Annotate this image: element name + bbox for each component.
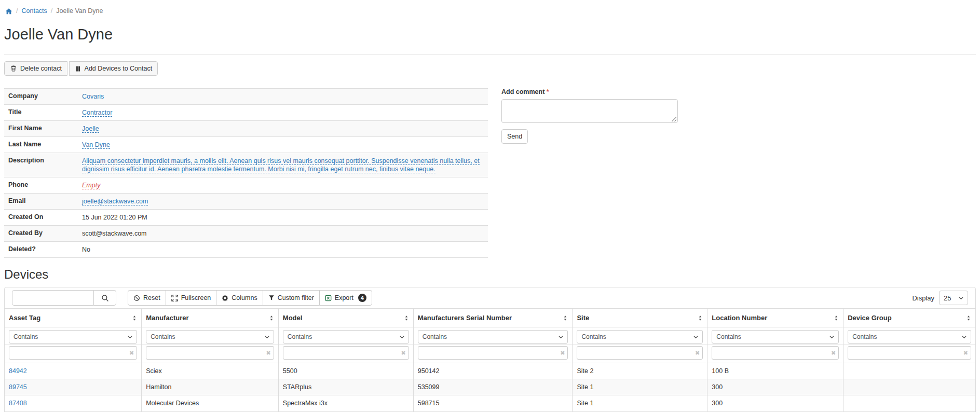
- details-row: First Name Joelle: [4, 121, 488, 137]
- clear-icon[interactable]: ✖: [399, 350, 409, 356]
- column-header[interactable]: Manufacturers Serial Number: [413, 309, 573, 327]
- clear-icon[interactable]: ✖: [692, 350, 702, 356]
- device-cell: 300: [707, 395, 843, 411]
- sort-icon[interactable]: [268, 314, 275, 322]
- details-row: Company Covaris: [4, 89, 488, 105]
- column-header[interactable]: Device Group: [843, 309, 975, 327]
- filter-operator-select[interactable]: Contains: [418, 330, 568, 344]
- sort-icon[interactable]: [833, 314, 839, 322]
- column-header[interactable]: Asset Tag: [5, 309, 142, 327]
- clear-icon[interactable]: ✖: [127, 350, 137, 356]
- columns-button[interactable]: Columns: [216, 290, 263, 306]
- send-button[interactable]: Send: [501, 129, 528, 144]
- details-row: Description Aliquam consectetur imperdie…: [4, 153, 488, 177]
- details-value-cell: Empty: [78, 177, 488, 194]
- details-value-empty[interactable]: Empty: [82, 182, 100, 189]
- filter-value-cell: ✖: [707, 345, 843, 363]
- clear-icon[interactable]: ✖: [557, 350, 567, 356]
- fullscreen-button[interactable]: Fullscreen: [166, 290, 217, 306]
- details-value-editable[interactable]: joelle@stackwave.com: [82, 198, 148, 205]
- reset-button[interactable]: Reset: [128, 290, 166, 306]
- sort-icon[interactable]: [965, 314, 972, 322]
- sort-icon[interactable]: [562, 314, 568, 322]
- column-header[interactable]: Model: [278, 309, 413, 327]
- column-header[interactable]: Location Number: [707, 309, 843, 327]
- filter-value-input[interactable]: [418, 346, 568, 360]
- column-header[interactable]: Site: [573, 309, 707, 327]
- export-button[interactable]: Export 4: [319, 290, 372, 306]
- filter-operator-value: Contains: [151, 333, 175, 340]
- comment-textarea[interactable]: [501, 99, 678, 123]
- device-cell: SpectraMax i3x: [278, 395, 413, 411]
- trash-icon: [10, 65, 17, 72]
- filter-operator-select[interactable]: Contains: [146, 330, 274, 344]
- filter-operator-select[interactable]: Contains: [577, 330, 703, 344]
- devices-table: Asset Tag Manufacturer Model Manufacture…: [5, 308, 975, 412]
- sort-icon[interactable]: [403, 314, 410, 322]
- clear-icon[interactable]: ✖: [264, 350, 274, 356]
- export-label: Export: [335, 294, 353, 301]
- sort-icon[interactable]: [697, 314, 703, 322]
- clear-icon[interactable]: ✖: [828, 350, 838, 356]
- filter-icon: [268, 295, 275, 301]
- filter-operator-row: Contains Contains Contains Contains: [5, 327, 975, 345]
- chevron-down-icon: [264, 334, 270, 340]
- devices-search-input[interactable]: [12, 290, 94, 306]
- filter-operator-select[interactable]: Contains: [283, 330, 409, 344]
- details-value-editable[interactable]: Aliquam consectetur imperdiet mauris, a …: [82, 157, 480, 173]
- filter-operator-value: Contains: [423, 333, 447, 340]
- contact-details-table: Company Covaris Title Contractor First N…: [4, 88, 488, 258]
- filter-value-input[interactable]: [577, 346, 703, 360]
- details-value-link[interactable]: Covaris: [82, 93, 104, 100]
- column-label: Device Group: [848, 314, 892, 322]
- display-select[interactable]: 25: [939, 291, 968, 305]
- breadcrumb-item-contacts[interactable]: Contacts: [21, 7, 47, 15]
- details-value-editable[interactable]: Van Dyne: [82, 141, 110, 149]
- details-value-editable[interactable]: Contractor: [82, 109, 112, 117]
- chevron-down-icon: [399, 334, 405, 340]
- breadcrumb: / Contacts / Joelle Van Dyne: [4, 7, 976, 15]
- details-value-cell: No: [78, 242, 488, 258]
- filter-operator-select[interactable]: Contains: [9, 330, 137, 344]
- details-row: Created On 15 Jun 2022 01:20 PM: [4, 210, 488, 226]
- asset-tag-cell: 84942: [5, 363, 142, 379]
- filter-operator-cell: Contains: [278, 327, 413, 345]
- delete-contact-label: Delete contact: [20, 65, 62, 72]
- details-value-cell: Contractor: [78, 105, 488, 121]
- search-button[interactable]: [93, 290, 116, 306]
- filter-value-input[interactable]: [712, 346, 839, 360]
- column-label: Manufacturers Serial Number: [418, 314, 512, 322]
- clear-icon[interactable]: ✖: [961, 350, 971, 356]
- details-row: Phone Empty: [4, 177, 488, 194]
- filter-value-cell: ✖: [5, 345, 142, 363]
- filter-value-input[interactable]: [9, 346, 137, 360]
- asset-tag-link[interactable]: 84942: [9, 367, 27, 375]
- filter-operator-value: Contains: [13, 333, 38, 340]
- columns-label: Columns: [232, 294, 257, 301]
- filter-operator-select[interactable]: Contains: [712, 330, 839, 344]
- asset-tag-link[interactable]: 89745: [9, 383, 27, 391]
- device-cell: 5500: [278, 363, 413, 379]
- add-comment-label: Add comment *: [501, 88, 678, 95]
- details-value-text: scott@stackwave.com: [82, 230, 147, 237]
- breadcrumb-home[interactable]: [5, 7, 12, 15]
- filter-operator-select[interactable]: Contains: [848, 330, 971, 344]
- devices-heading: Devices: [4, 267, 976, 282]
- filter-value-input[interactable]: [283, 346, 409, 360]
- custom-filter-button[interactable]: Custom filter: [263, 290, 320, 306]
- sort-icon[interactable]: [131, 314, 138, 322]
- filter-value-input[interactable]: [146, 346, 274, 360]
- column-label: Asset Tag: [9, 314, 40, 322]
- chevron-down-icon: [958, 295, 964, 301]
- device-cell: Sciex: [142, 363, 279, 379]
- breadcrumb-separator: /: [16, 7, 18, 15]
- column-label: Model: [283, 314, 303, 322]
- add-devices-button[interactable]: Add Devices to Contact: [69, 61, 158, 76]
- asset-tag-link[interactable]: 87408: [9, 400, 27, 407]
- delete-contact-button[interactable]: Delete contact: [4, 61, 67, 76]
- custom-filter-label: Custom filter: [278, 294, 314, 301]
- details-value-editable[interactable]: Joelle: [82, 125, 99, 133]
- column-header[interactable]: Manufacturer: [142, 309, 279, 327]
- breadcrumb-current: Joelle Van Dyne: [56, 7, 103, 15]
- filter-value-input[interactable]: [848, 346, 971, 360]
